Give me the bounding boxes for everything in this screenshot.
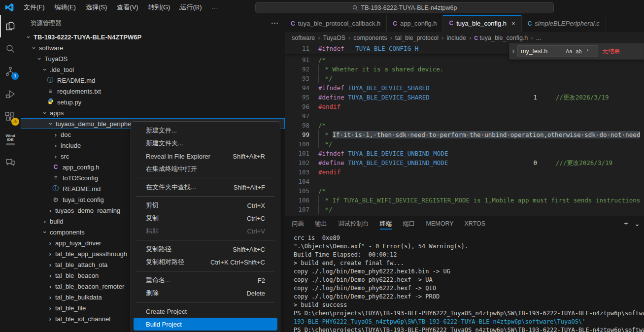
tree-item-setup-py[interactable]: setup.py (21, 97, 285, 107)
panel-tab-memory[interactable]: MEMORY (426, 216, 454, 231)
tab-close-icon[interactable]: × (511, 20, 515, 27)
code-line[interactable]: 98/* (285, 121, 644, 130)
menu-item[interactable]: 选择(S) (81, 1, 111, 13)
code-line[interactable]: 103#endif (285, 167, 644, 177)
source-control-icon[interactable]: 1 (0, 60, 21, 83)
breadcrumb-item[interactable]: TuyaOS (323, 34, 345, 41)
breadcrumb-separator-icon: › (348, 34, 350, 41)
editor-tab-tuya-ble-protocol-callback-h[interactable]: Ctuya_ble_protocol_callback.h (285, 15, 387, 32)
match-case-toggle[interactable]: Aa (565, 48, 573, 54)
breadcrumb-item[interactable]: ... (536, 34, 541, 41)
breadcrumb-separator-icon: › (441, 34, 443, 41)
tree-item-requiements-txt[interactable]: ≡requiements.txt (21, 86, 285, 97)
breadcrumb-item[interactable]: Ctuya_ble_config.h (474, 34, 528, 41)
menu-item[interactable]: 编辑(E) (50, 1, 80, 13)
menu-item[interactable]: 查看(V) (112, 1, 142, 13)
code-line[interactable]: 105/* (285, 186, 644, 196)
code-line[interactable]: 97 (285, 111, 644, 121)
tree-item-software[interactable]: ›software (21, 42, 285, 53)
context-menu-item-复制相对路径[interactable]: 复制相对路径Ctrl+K Ctrl+Shift+C (134, 256, 277, 268)
context-menu-item-复制路径[interactable]: 复制路径Shift+Alt+C (134, 243, 277, 256)
panel-tab-终端[interactable]: 终端 (380, 216, 392, 231)
context-menu-item-在集成终端中打开[interactable]: 在集成终端中打开 (134, 163, 277, 175)
search-sidebar-icon[interactable] (0, 37, 21, 60)
chat-icon[interactable] (0, 151, 21, 173)
menu-item[interactable]: 转到(G) (144, 1, 175, 13)
terminal-line: Build Time Elapsed: 00:00:12 (294, 251, 644, 259)
line-number: 104 (285, 177, 309, 186)
panel-tab-xrtos[interactable]: XRTOS (465, 216, 486, 231)
editor-tab-simplebleperipheral-c[interactable]: CsimpleBLEPeripheral.c (522, 15, 606, 32)
find-expand-chevron-icon[interactable]: › (509, 48, 517, 55)
line-content: */ (318, 139, 333, 149)
back-arrow-icon[interactable]: ← (177, 3, 185, 12)
menu-item[interactable]: ··· (207, 2, 222, 13)
terminal-dropdown-icon[interactable]: ⌄ (634, 220, 640, 228)
find-input-box: Aa ab .* (517, 45, 598, 57)
code-line[interactable]: 102#define TUYA_BLE_DEVICE_UNBIND_MODE 0… (285, 158, 644, 167)
breadcrumb-label: ... (536, 34, 541, 41)
context-menu-item-在文件夹中查找-[interactable]: 在文件夹中查找...Shift+Alt+F (134, 181, 277, 194)
c-lang-icon: C (291, 20, 295, 27)
code-line[interactable]: 101#ifndef TUYA_BLE_DEVICE_UNBIND_MODE (285, 149, 644, 158)
new-terminal-icon[interactable]: ＋ (622, 219, 629, 228)
context-menu-item-删除[interactable]: 删除Delete (134, 287, 277, 299)
command-center-search[interactable]: TB-193-6222-TUYA-BLE-n4ztpw6p (255, 2, 554, 13)
code-line[interactable]: 100 */ (285, 139, 644, 149)
breadcrumb-item[interactable]: components (353, 34, 387, 41)
wind-ide-icon[interactable]: Wind IDE (0, 128, 21, 151)
code-line[interactable]: 92 * Whether it is a shared device. (285, 65, 644, 74)
run-debug-icon[interactable] (0, 83, 21, 105)
context-menu-item-build-project[interactable]: Build Project (134, 318, 277, 331)
code-editor[interactable]: 11#ifndef __TUYA_BLE_CONFIG_H__ 91/*92 *… (285, 43, 644, 216)
breadcrumb-item[interactable]: tal_ble_protocol (395, 34, 439, 41)
code-line[interactable]: 99 * If·it·is·1,·then·sdk·need·to·perfor… (285, 130, 644, 139)
code-line[interactable]: 106 * If TUYA_BLE_WIFI_DEVICE_REGISTER_M… (285, 196, 644, 205)
code-line[interactable]: 95#define TUYA_BLE_DEVICE_SHARED 1 //更改2… (285, 93, 644, 102)
panel-tab-调试控制台[interactable]: 调试控制台 (338, 216, 369, 231)
tab-label: tuya_ble_config.h (456, 20, 507, 27)
context-menu-item-新建文件夹-[interactable]: 新建文件夹... (134, 137, 277, 150)
context-menu-item-复制[interactable]: 复制Ctrl+C (134, 212, 277, 225)
tree-item--ide-tool[interactable]: ›.ide_tool (21, 64, 285, 75)
regex-toggle[interactable]: .* (585, 48, 589, 54)
code-line[interactable]: 96#endif (285, 102, 644, 111)
panel-tab-输出[interactable]: 输出 (315, 216, 327, 231)
forward-arrow-icon[interactable]: → (192, 3, 199, 12)
context-menu-item-reveal-in-file-explorer[interactable]: Reveal in File ExplorerShift+Alt+R (134, 150, 277, 163)
context-menu-item-重命名-[interactable]: 重命名...F2 (134, 274, 277, 287)
find-widget: › Aa ab .* 无结果 (509, 43, 644, 60)
tree-item-tb-193-6222-tuya-ble-n4ztpw6p[interactable]: ›TB-193-6222-TUYA-BLE-N4ZTPW6P (21, 32, 285, 42)
tree-item-apps[interactable]: ›apps (21, 107, 285, 118)
list-file-icon: ≡ (52, 174, 60, 181)
explorer-icon[interactable] (0, 15, 21, 37)
tree-item-tuyaos[interactable]: ›TuyaOS (21, 53, 285, 64)
editor-tab-tuya-ble-config-h[interactable]: Ctuya_ble_config.h× (443, 15, 521, 32)
context-menu-item-create-project[interactable]: Create Project (134, 305, 277, 318)
breadcrumb-label: include (446, 34, 466, 41)
find-input[interactable] (518, 48, 564, 55)
breadcrumb-item[interactable]: software (292, 34, 315, 41)
line-number: 94 (285, 83, 309, 93)
extensions-icon[interactable]: ⚠ (0, 105, 21, 128)
code-line[interactable]: 107 */ (285, 205, 644, 214)
panel-tab-问题[interactable]: 问题 (292, 216, 304, 231)
sidebar-more-actions[interactable]: ··· (271, 20, 279, 27)
context-menu-item-新建文件-[interactable]: 新建文件... (134, 124, 277, 137)
context-menu-item-剪切[interactable]: 剪切Ctrl+X (134, 199, 277, 212)
menu-item-shortcut: Shift+Alt+C (233, 246, 265, 253)
editor-tab-app-config-h[interactable]: Capp_config.h (387, 15, 443, 32)
tree-item-label: tal_ble_iot_channel (54, 315, 110, 323)
panel-tab-端口[interactable]: 端口 (403, 216, 415, 231)
whole-word-toggle[interactable]: ab (575, 48, 582, 54)
line-content: #ifndef __TUYA_BLE_CONFIG_H__ (318, 43, 426, 54)
code-line[interactable]: 104 (285, 177, 644, 186)
breadcrumb-item[interactable]: include (446, 34, 466, 41)
code-line[interactable]: 93 */ (285, 74, 644, 83)
line-content: /* (318, 121, 326, 130)
menu-item[interactable]: 文件(F) (19, 1, 49, 13)
tree-item-label: TuyaOS (43, 55, 68, 63)
wind-ide-base (6, 143, 15, 145)
tree-item-readme-md[interactable]: ⓘREADME.md (21, 75, 285, 86)
code-line[interactable]: 94#ifndef TUYA_BLE_DEVICE_SHARED (285, 83, 644, 93)
